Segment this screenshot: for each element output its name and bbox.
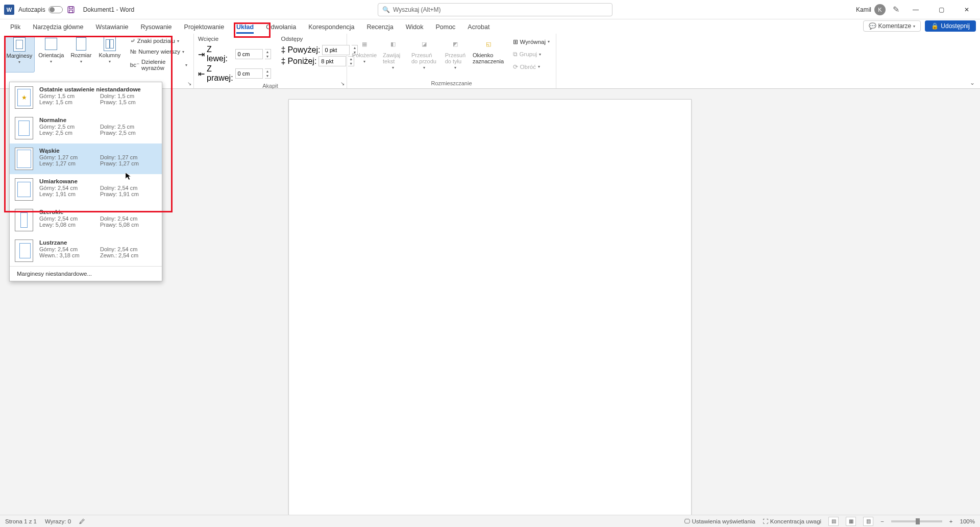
spacing-after-icon: ‡ [281, 57, 286, 66]
selection-pane-button[interactable]: ◱Okienko zaznaczenia [471, 36, 505, 73]
ribbon-mode-icon[interactable]: ✎ [893, 5, 899, 14]
size-button[interactable]: Rozmiar ▾ [68, 36, 94, 73]
page-setup-launcher[interactable]: ↘ [187, 81, 191, 86]
zoom-level[interactable]: 100% [960, 518, 975, 524]
svg-rect-2 [69, 10, 72, 12]
spacing-before-input[interactable] [322, 45, 350, 55]
ribbon-collapse-button[interactable]: ⌄ [970, 79, 975, 86]
margins-button[interactable]: Marginesy ▾ [4, 36, 35, 73]
margins-option-0[interactable]: ★Ostatnie ustawienie niestandardoweGórny… [10, 82, 162, 113]
margins-option-3[interactable]: UmiarkowaneGórny: 2,54 cmDolny: 2,54 cmL… [10, 174, 162, 205]
margins-option-2[interactable]: WąskieGórny: 1,27 cmDolny: 1,27 cmLewy: … [10, 143, 162, 174]
spacing-title: Odstępy [281, 36, 358, 42]
margin-preset-title: Ostatnie ustawienie niestandardowe [39, 86, 157, 92]
user-name: Kamil [856, 6, 871, 13]
tab-help[interactable]: Pomoc [429, 21, 461, 34]
breaks-button[interactable]: ⤶ Znaki podziału ▾ [128, 37, 189, 45]
close-button[interactable]: ✕ [958, 3, 976, 17]
chevron-down-icon: ▾ [913, 24, 915, 29]
orientation-button[interactable]: Orientacja ▾ [37, 36, 66, 73]
display-settings[interactable]: 🖵 Ustawienia wyświetlania [684, 518, 755, 524]
margin-preset-icon: ★ [15, 86, 33, 109]
search-placeholder: Wyszukaj (Alt+M) [393, 6, 441, 13]
align-button[interactable]: ⊞ Wyrównaj▾ [511, 38, 552, 46]
user-account[interactable]: Kamil K [856, 4, 886, 15]
spacing-after[interactable]: ‡ Poniżej: ▲▼ [281, 56, 358, 66]
bring-forward-button: ◪Przesuń do przodu▾ [408, 36, 440, 73]
rotate-button: ⟳ Obróć▾ [511, 63, 552, 71]
zoom-slider[interactable] [891, 520, 942, 522]
spacing-after-input[interactable] [318, 56, 346, 66]
chevron-down-icon: ▾ [18, 60, 20, 64]
tab-references[interactable]: Odwołania [260, 21, 302, 34]
tab-draw[interactable]: Rysowanie [134, 21, 178, 34]
autosave-switch[interactable] [48, 6, 63, 13]
focus-mode[interactable]: ⛶ Koncentracja uwagi [763, 518, 822, 524]
minimize-button[interactable]: — [906, 3, 925, 17]
zoom-in[interactable]: + [949, 518, 953, 524]
autosave-label: Autozapis [18, 6, 45, 13]
status-bar: Strona 1 z 1 Wyrazy: 0 🖉 🖵 Ustawienia wy… [0, 515, 980, 527]
tab-file[interactable]: Plik [4, 21, 27, 34]
margins-option-5[interactable]: LustrzaneGórny: 2,54 cmDolny: 2,54 cmWew… [10, 235, 162, 266]
wrap-text-button: ◧Zawijaj tekst▾ [380, 36, 406, 73]
hyphenation-button[interactable]: bc⁻ Dzielenie wyrazów ▾ [128, 58, 189, 71]
view-read-button[interactable]: ▤ [828, 517, 839, 526]
send-backward-button: ◩Przesuń do tyłu▾ [442, 36, 469, 73]
spacing-before[interactable]: ‡ Powyżej: ▲▼ [281, 45, 358, 55]
tab-view[interactable]: Widok [400, 21, 430, 34]
group-page-setup: Marginesy ▾ Orientacja ▾ Rozmiar ▾ Kolum… [0, 34, 194, 88]
line-numbers-icon: № [130, 49, 136, 55]
document-page[interactable] [288, 99, 692, 515]
svg-rect-1 [69, 7, 72, 9]
rotate-icon: ⟳ [513, 63, 518, 70]
status-words[interactable]: Wyrazy: 0 [45, 518, 71, 524]
indent-right[interactable]: ⇤ Z prawej: ▲▼ [198, 64, 271, 83]
zoom-out[interactable]: − [880, 518, 884, 524]
tab-insert[interactable]: Wstawianie [90, 21, 135, 34]
share-icon: 🔒 [931, 22, 939, 30]
margin-preset-icon [15, 178, 33, 201]
tab-review[interactable]: Recenzja [361, 21, 400, 34]
tab-mailings[interactable]: Korespondencja [302, 21, 360, 34]
tab-design[interactable]: Projektowanie [178, 21, 231, 34]
avatar: K [874, 4, 886, 15]
view-web-button[interactable]: ▥ [863, 517, 873, 526]
chevron-down-icon: ▾ [50, 59, 52, 64]
maximize-button[interactable]: ▢ [932, 3, 950, 17]
chevron-down-icon: ▾ [109, 59, 111, 64]
indent-right-icon: ⇤ [198, 69, 205, 79]
paragraph-launcher[interactable]: ↘ [340, 81, 345, 86]
custom-margins-option[interactable]: Marginesy niestandardowe... [10, 266, 162, 281]
status-page[interactable]: Strona 1 z 1 [5, 518, 37, 524]
indent-right-input[interactable] [235, 68, 263, 79]
margins-option-1[interactable]: NormalneGórny: 2,5 cmDolny: 2,5 cmLewy: … [10, 113, 162, 143]
display-icon: 🖵 [684, 518, 692, 524]
search-icon: 🔍 [382, 6, 390, 13]
line-numbers-button[interactable]: № Numery wierszy ▾ [128, 48, 189, 55]
comments-button[interactable]: 💬 Komentarze ▾ [863, 20, 921, 32]
tab-home[interactable]: Narzędzia główne [27, 21, 89, 34]
margins-option-4[interactable]: SzerokieGórny: 2,54 cmDolny: 2,54 cmLewy… [10, 205, 162, 235]
margin-preset-title: Umiarkowane [39, 178, 157, 184]
group-label-arrange: Rozmieszczanie [351, 80, 552, 87]
save-icon[interactable] [67, 6, 75, 14]
hyphenation-icon: bc⁻ [130, 61, 139, 68]
ribbon: Marginesy ▾ Orientacja ▾ Rozmiar ▾ Kolum… [0, 34, 980, 89]
indent-left-icon: ⇥ [198, 50, 205, 59]
indent-left-input[interactable] [235, 49, 263, 59]
columns-button[interactable]: Kolumny ▾ [96, 36, 123, 73]
margin-preset-title: Lustrzane [39, 239, 157, 246]
autosave-toggle[interactable]: Autozapis [18, 6, 63, 13]
status-lang-icon[interactable]: 🖉 [79, 518, 85, 524]
view-print-button[interactable]: ▦ [846, 517, 856, 526]
ribbon-tabs: Plik Narzędzia główne Wstawianie Rysowan… [0, 19, 980, 34]
share-button[interactable]: 🔒 Udostępnij [925, 20, 976, 32]
search-box[interactable]: 🔍 Wyszukaj (Alt+M) [378, 3, 612, 16]
tab-acrobat[interactable]: Acrobat [461, 21, 496, 34]
tab-layout[interactable]: Układ [230, 21, 260, 34]
title-bar: W Autozapis Dokument1 - Word 🔍 Wyszukaj … [0, 0, 980, 19]
chevron-down-icon: ▾ [80, 59, 82, 64]
indent-left[interactable]: ⇥ Z lewej: ▲▼ [198, 45, 271, 63]
position-button: ▦Położenie▾ [351, 36, 378, 73]
